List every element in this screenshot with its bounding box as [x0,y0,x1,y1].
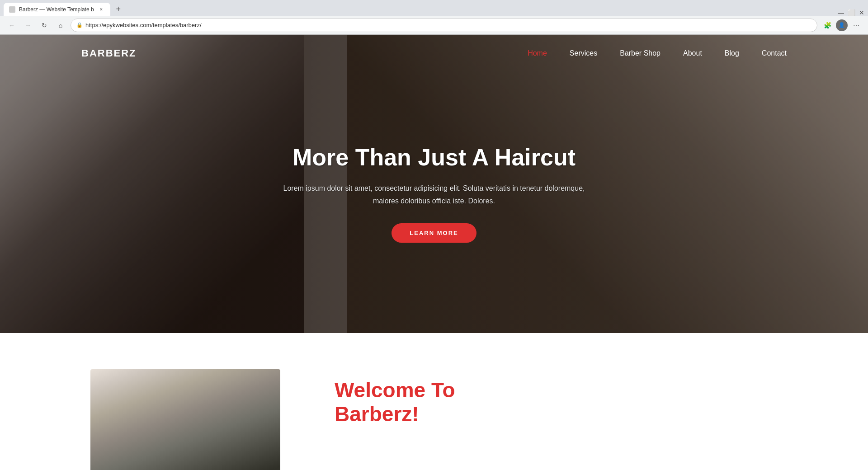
hero-content: More Than Just A Haircut Lorem ipsum dol… [276,143,592,243]
tab-close-button[interactable]: × [98,6,105,13]
minimize-button[interactable]: — [838,9,844,16]
profile-avatar[interactable]: 👤 [836,19,848,31]
tab-title: Barberz — Website Template b [19,6,94,13]
forward-button[interactable]: → [22,19,34,32]
home-button[interactable]: ⌂ [54,19,67,32]
nav-link-home[interactable]: Home [528,49,547,57]
toolbar-right: 🧩 👤 ⋯ [821,19,863,32]
url-text: https://epykwebsites.com/templates/barbe… [85,22,811,28]
browser-toolbar: ← → ↻ ⌂ 🔒 https://epykwebsites.com/templ… [0,16,868,34]
nav-links: Home Services Barber Shop About Blog Con… [528,49,787,57]
site-logo[interactable]: BARBERZ [81,47,137,59]
hero-title: More Than Just A Haircut [276,143,592,171]
hero-section: BARBERZ Home Services Barber Shop About … [0,35,868,333]
close-button[interactable]: ✕ [859,9,864,16]
window-controls: — ⬜ ✕ [838,9,868,16]
welcome-text: Welcome To Barberz! [335,369,778,426]
browser-chrome: Barberz — Website Template b × + — ⬜ ✕ ←… [0,0,868,35]
welcome-title: Welcome To Barberz! [335,378,778,426]
extensions-button[interactable]: 🧩 [821,19,834,32]
back-button[interactable]: ← [5,19,18,32]
nav-link-barbershop[interactable]: Barber Shop [620,49,660,57]
more-options-button[interactable]: ⋯ [850,19,863,32]
nav-link-contact[interactable]: Contact [762,49,787,57]
nav-link-blog[interactable]: Blog [725,49,739,57]
address-bar[interactable]: 🔒 https://epykwebsites.com/templates/bar… [71,19,817,32]
nav-link-services[interactable]: Services [570,49,597,57]
hero-subtitle: Lorem ipsum dolor sit amet, consectetur … [276,183,592,207]
nav-link-about[interactable]: About [683,49,702,57]
reload-button[interactable]: ↻ [38,19,51,32]
welcome-image-inner [90,369,280,470]
website-content: BARBERZ Home Services Barber Shop About … [0,35,868,470]
new-tab-button[interactable]: + [112,3,125,15]
profile-icon-button[interactable]: 👤 [835,19,848,32]
welcome-title-line1: Welcome To [335,378,455,402]
active-tab[interactable]: Barberz — Website Template b × [4,3,110,16]
maximize-button[interactable]: ⬜ [848,9,855,16]
lock-icon: 🔒 [76,22,83,28]
welcome-title-line2: Barberz! [335,402,419,426]
welcome-image [90,369,280,470]
site-nav: BARBERZ Home Services Barber Shop About … [0,35,868,72]
tab-favicon [9,6,15,13]
below-fold-section: Welcome To Barberz! [0,333,868,470]
learn-more-button[interactable]: LEARN MORE [392,223,476,243]
browser-tabs: Barberz — Website Template b × + — ⬜ ✕ [0,0,868,16]
